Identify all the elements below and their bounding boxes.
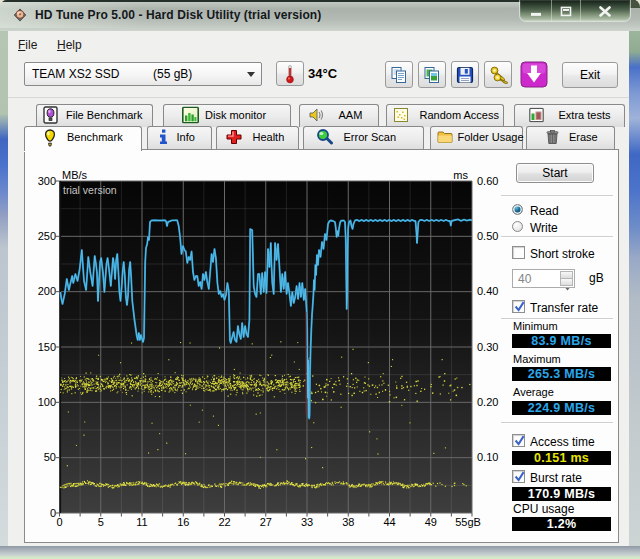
svg-text:trial version: trial version: [63, 184, 117, 196]
